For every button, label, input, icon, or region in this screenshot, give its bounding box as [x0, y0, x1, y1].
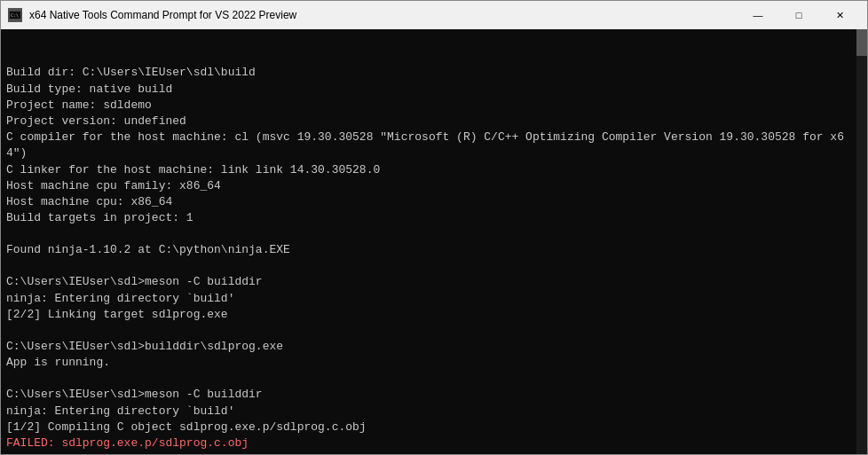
terminal-line: C:\Users\IEUser\sdl>meson -C builddir	[6, 274, 862, 290]
terminal-line: C:\Users\IEUser\sdl>meson -C builddir	[6, 387, 862, 403]
terminal-line: [1/2] Compiling C object sdlprog.exe.p/s…	[6, 420, 862, 435]
title-bar: C:\ x64 Native Tools Command Prompt for …	[1, 1, 867, 29]
terminal-line: Host machine cpu family: x86_64	[6, 178, 862, 194]
svg-text:C:\: C:\	[11, 12, 19, 18]
terminal-output: Build dir: C:\Users\IEUser\sdl\buildBuil…	[6, 33, 862, 454]
terminal-line	[6, 371, 862, 387]
terminal-line: Host machine cpu: x86_64	[6, 194, 862, 210]
minimize-button[interactable]: —	[738, 1, 778, 29]
maximize-button[interactable]: □	[778, 1, 819, 29]
close-button[interactable]: ✕	[819, 1, 860, 29]
scrollbar-thumb[interactable]	[856, 29, 867, 56]
terminal-line: Build targets in project: 1	[6, 210, 862, 226]
terminal-line: Build dir: C:\Users\IEUser\sdl\build	[6, 65, 862, 81]
app-icon: C:\	[8, 8, 22, 22]
terminal-line: FAILED: sdlprog.exe.p/sdlprog.c.obj	[6, 435, 862, 451]
main-window: C:\ x64 Native Tools Command Prompt for …	[0, 0, 868, 455]
terminal-line: C:\Users\IEUser\sdl>builddir\sdlprog.exe	[6, 339, 862, 355]
scrollbar[interactable]	[856, 29, 867, 454]
terminal-line: C compiler for the host machine: cl (msv…	[6, 129, 862, 161]
terminal-line: [2/2] Linking target sdlprog.exe	[6, 307, 862, 323]
terminal-area[interactable]: Build dir: C:\Users\IEUser\sdl\buildBuil…	[1, 29, 867, 454]
terminal-line: Project version: undefined	[6, 114, 862, 129]
window-controls: — □ ✕	[738, 1, 860, 29]
terminal-line: ninja: Entering directory `build'	[6, 291, 862, 307]
terminal-line: C linker for the host machine: link link…	[6, 162, 862, 178]
terminal-line	[6, 323, 862, 339]
terminal-line	[6, 258, 862, 274]
terminal-line: Found ninja-1.10.2 at C:\python\ninja.EX…	[6, 242, 862, 258]
terminal-line: Build type: native build	[6, 82, 862, 98]
terminal-line: ninja: Entering directory `build'	[6, 404, 862, 420]
window-title: x64 Native Tools Command Prompt for VS 2…	[29, 9, 296, 21]
terminal-line: App is running.	[6, 355, 862, 371]
terminal-line: Project name: sdldemo	[6, 98, 862, 114]
terminal-line	[6, 226, 862, 242]
terminal-line: "cl" "-Isdlprog.exe.p" "-I." "-I.." "/MD…	[6, 451, 862, 454]
title-bar-left: C:\ x64 Native Tools Command Prompt for …	[8, 8, 296, 22]
